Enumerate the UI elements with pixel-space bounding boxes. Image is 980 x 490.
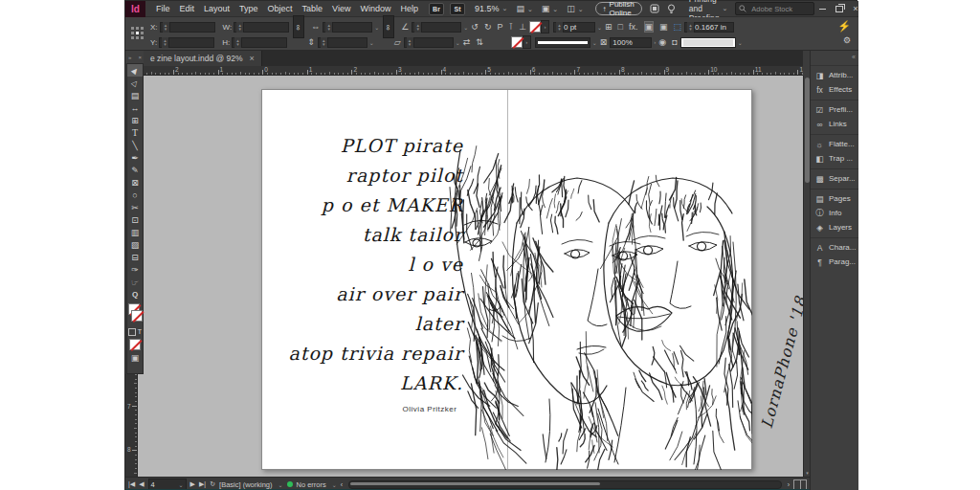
close-button[interactable]: × bbox=[847, 2, 863, 16]
previous-page-button[interactable]: ◀ bbox=[139, 480, 144, 488]
panel-attributes[interactable]: ◨ Attrib... bbox=[811, 65, 858, 82]
menu-item[interactable]: File bbox=[151, 1, 175, 17]
type-tool[interactable]: T bbox=[127, 126, 143, 139]
drop-shadow-icon[interactable]: ◘ bbox=[672, 37, 677, 47]
panel-flattener-preview[interactable]: ☼ Flatte... bbox=[811, 134, 858, 151]
learn-lightbulb-icon[interactable] bbox=[667, 4, 676, 14]
zoom-tool[interactable]: Q bbox=[127, 288, 143, 301]
y-field[interactable]: ▴▾ bbox=[159, 37, 214, 48]
panel-layers[interactable]: ◈ Layers bbox=[811, 220, 858, 234]
last-page-button[interactable]: ▶| bbox=[199, 480, 206, 488]
document-tab[interactable]: e zine layout.indd @ 92% × bbox=[144, 51, 262, 66]
next-page-button[interactable]: ▶ bbox=[190, 480, 195, 488]
screen-mode-button[interactable]: ▣ bbox=[131, 353, 140, 363]
zoom-level-select[interactable]: 91.5% bbox=[475, 4, 500, 13]
panel-links[interactable]: ∞ Links bbox=[811, 117, 858, 131]
bridge-button[interactable]: Br bbox=[429, 3, 444, 15]
vertical-ruler[interactable]: 7 8 bbox=[125, 374, 138, 477]
zoom-dropdown-icon[interactable]: ⌄ bbox=[502, 5, 508, 12]
flip-horizontal-button[interactable]: ⇄ bbox=[463, 37, 471, 47]
search-input[interactable] bbox=[749, 4, 811, 14]
arrange-documents-icon[interactable]: ◫⌄ bbox=[567, 4, 583, 13]
panel-settings-gear-icon[interactable]: ⚙ bbox=[843, 35, 851, 45]
minimize-button[interactable] bbox=[814, 2, 831, 16]
stroke-swatch[interactable] bbox=[511, 36, 523, 48]
publish-online-button[interactable]: ↑ Publish Online bbox=[595, 2, 642, 15]
apply-none-swatch[interactable] bbox=[129, 339, 141, 350]
fit-frame-button[interactable]: ▣ bbox=[659, 22, 668, 32]
horizontal-scrollbar[interactable] bbox=[348, 480, 781, 489]
w-field[interactable]: ▴▾ bbox=[234, 22, 289, 33]
panel-effects[interactable]: fx Effects bbox=[811, 82, 858, 97]
note-tool[interactable]: ⊟ bbox=[127, 251, 143, 263]
panel-paragraph[interactable]: ¶ Parag... bbox=[811, 255, 858, 269]
flip-vertical-button[interactable]: ⇅ bbox=[476, 37, 483, 47]
corner-shape-icon[interactable]: □ bbox=[618, 22, 623, 32]
reference-point-proxy[interactable] bbox=[130, 26, 145, 40]
stroke-color-swatch[interactable] bbox=[131, 310, 143, 322]
panel-info[interactable]: ⓘ Info bbox=[811, 206, 858, 220]
toolbar-close-icon[interactable]: × bbox=[138, 55, 142, 60]
screen-mode-icon[interactable]: ▣⌄ bbox=[542, 4, 558, 13]
gradient-feather-tool[interactable]: ▨ bbox=[127, 238, 143, 251]
credit-text[interactable]: Olivia Pritzker bbox=[368, 405, 492, 413]
fit-content-button[interactable]: ▣ bbox=[644, 21, 655, 33]
h-field[interactable]: ▴▾ bbox=[232, 37, 287, 48]
panel-pages[interactable]: ▤ Pages bbox=[811, 189, 858, 206]
free-transform-tool[interactable]: ⊡ bbox=[127, 213, 143, 226]
fill-stroke-swatches[interactable] bbox=[127, 302, 143, 325]
blend-effects-icon[interactable]: ◉ bbox=[658, 37, 666, 47]
preflight-profile[interactable]: [Basic] (working) bbox=[219, 480, 272, 489]
scroll-right-arrow[interactable]: › bbox=[788, 481, 790, 488]
ellipse-tool[interactable]: ○ bbox=[127, 189, 143, 201]
vertical-scrollbar[interactable]: ▾ bbox=[803, 76, 810, 477]
rotate-ccw-button[interactable]: ↺ bbox=[471, 22, 479, 32]
toolbar-expand-icon[interactable]: » bbox=[128, 55, 131, 60]
panel-character[interactable]: A Chara... bbox=[811, 237, 858, 255]
pencil-tool[interactable]: ✎ bbox=[127, 164, 143, 176]
auto-fit-frame-icon[interactable]: ⬚ bbox=[674, 22, 682, 32]
preview-device-icon[interactable] bbox=[650, 4, 659, 13]
scale-y-select[interactable]: ▴▾ bbox=[318, 37, 368, 48]
error-dropdown-icon[interactable]: ⌄ bbox=[332, 481, 337, 488]
view-options-icon[interactable]: ▤⌄ bbox=[516, 4, 532, 13]
horizontal-scrollbar-thumb[interactable] bbox=[350, 482, 600, 485]
panel-separations-preview[interactable]: ▩ Separ... bbox=[811, 168, 858, 186]
dock-collapse-icon[interactable]: « bbox=[852, 54, 856, 60]
distribute-horizontal-icon[interactable]: ⊥ bbox=[519, 22, 526, 32]
restore-button[interactable] bbox=[831, 2, 847, 16]
stroke-weight-field[interactable]: ▴▾0 pt bbox=[553, 22, 595, 33]
pen-tool[interactable]: ✒ bbox=[127, 151, 143, 164]
rotation-angle-select[interactable]: ▴▾ bbox=[412, 22, 461, 33]
preflight-dropdown-icon[interactable]: ⌄ bbox=[278, 481, 283, 488]
menu-item[interactable]: Layout bbox=[199, 1, 234, 17]
gradient-swatch-tool[interactable]: ▥ bbox=[127, 226, 143, 238]
eyedropper-tool[interactable]: ✑ bbox=[127, 263, 143, 276]
menu-item[interactable]: Object bbox=[263, 1, 298, 17]
selection-tool[interactable]: ▶ bbox=[127, 64, 143, 77]
menu-item[interactable]: Type bbox=[234, 1, 263, 17]
page-tool[interactable]: ▤ bbox=[127, 89, 143, 101]
line-tool[interactable]: ╲ bbox=[127, 139, 143, 151]
effects-fx-button[interactable]: fx. bbox=[629, 22, 638, 32]
first-page-button[interactable]: |◀ bbox=[128, 480, 135, 488]
gpu-performance-icon[interactable]: ⚡ bbox=[837, 20, 851, 33]
page-number-field[interactable]: 4⌄ bbox=[148, 479, 187, 490]
panel-trap-presets[interactable]: ◧ Trap ... bbox=[811, 151, 858, 166]
formatting-affects-text-icon[interactable]: T bbox=[138, 328, 142, 335]
corner-options-icon[interactable]: ⊞ bbox=[605, 22, 612, 32]
gap-tool[interactable]: ↔ bbox=[127, 101, 143, 114]
tab-close-icon[interactable]: × bbox=[250, 54, 255, 63]
rotate-cw-button[interactable]: ↻ bbox=[484, 22, 492, 32]
opacity-field[interactable]: 100% bbox=[610, 37, 652, 48]
preview-swatch-select[interactable] bbox=[680, 37, 736, 48]
x-field[interactable]: ▴▾ bbox=[160, 22, 215, 33]
hand-tool[interactable]: ☞ bbox=[127, 276, 143, 288]
distribute-vertical-icon[interactable]: ⊺ bbox=[508, 22, 513, 32]
document-canvas[interactable]: PLOT pirateraptor pilotp o et MAKERtalk … bbox=[138, 76, 803, 477]
split-layout-view-icon[interactable] bbox=[793, 479, 807, 490]
stock-button[interactable]: St bbox=[450, 3, 465, 15]
shear-select[interactable]: ▴▾ bbox=[404, 37, 454, 48]
poem-text-frame[interactable]: PLOT pirateraptor pilotp o et MAKERtalk … bbox=[272, 131, 463, 398]
stroke-style-select[interactable] bbox=[535, 37, 590, 48]
